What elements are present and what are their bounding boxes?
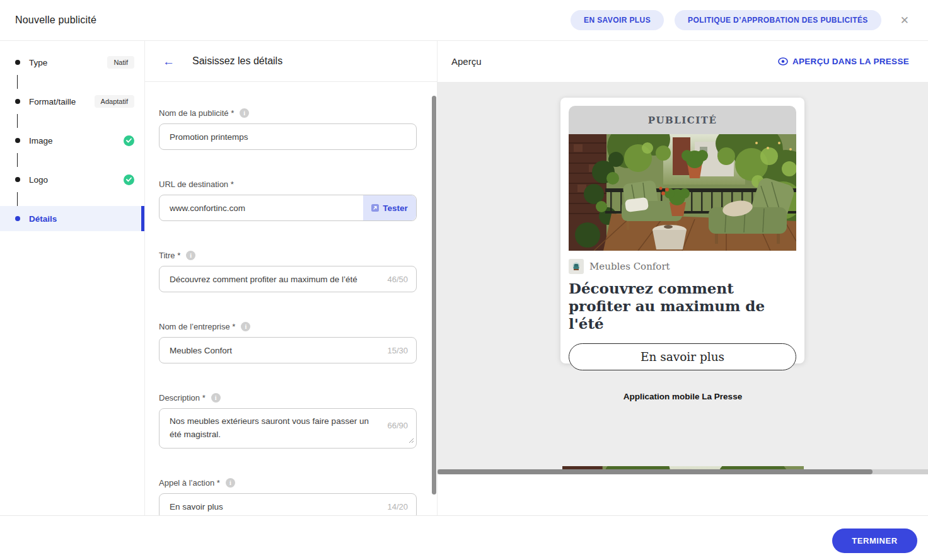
preview-header: Aperçu APERÇU DANS LA PRESSE [438,41,928,82]
form-vertical-scrollbar[interactable] [432,96,436,494]
test-url-button[interactable]: Tester [363,195,416,220]
step-dot-icon [15,177,20,182]
ad-brand-row: Meubles Confort [569,259,796,274]
info-icon[interactable]: i [226,478,235,488]
sidebar-item-logo[interactable]: Logo [0,167,144,192]
content-row: Type Natif Format/taille Adaptatif Image [0,41,928,515]
company-value: Meubles Confort [160,346,232,355]
external-link-icon [371,204,379,212]
preview-panel: Aperçu APERÇU DANS LA PRESSE PUBLICITÉ [438,41,928,515]
ad-name-input[interactable]: Promotion printemps [159,123,417,150]
step-dot-icon [15,60,20,65]
description-label: Description * [159,393,206,403]
url-input[interactable]: www.confortinc.com Tester [159,195,417,221]
company-input[interactable]: Meubles Confort 15/30 [159,337,417,363]
press-preview-link[interactable]: APERÇU DANS LA PRESSE [778,57,909,66]
step-connector [17,114,144,128]
back-arrow-icon[interactable]: ← [163,55,175,67]
check-circle-icon [124,174,134,185]
eye-icon [778,57,788,66]
step-label: Logo [29,175,48,185]
topbar-actions: EN SAVOIR PLUS POLITIQUE D’APPROBATION D… [560,10,913,30]
sidebar-item-format[interactable]: Format/taille Adaptatif [0,89,144,114]
ad-brand-name: Meubles Confort [589,261,670,272]
close-icon[interactable]: ✕ [900,15,909,26]
field-title: Titre * i Découvrez comment profiter au … [159,251,417,292]
new-ad-modal: Nouvelle publicité EN SAVOIR PLUS POLITI… [0,0,928,560]
cta-input[interactable]: En savoir plus 14/20 [159,493,417,515]
step-connector [17,192,144,206]
field-company-name: Nom de l’entreprise * i Meubles Confort … [159,322,417,363]
form-header: ← Saisissez les détails [145,41,437,82]
info-icon[interactable]: i [241,322,250,331]
description-textarea[interactable]: Nos meubles extérieurs sauront vous fair… [159,408,417,449]
step-label: Type [29,58,47,67]
field-description: Description * i Nos meubles extérieurs s… [159,393,417,449]
field-call-to-action: Appel à l’action * i En savoir plus 14/2… [159,478,417,515]
title-input[interactable]: Découvrez comment profiter au maximum de… [159,266,417,292]
sidebar-item-details[interactable]: Détails [0,206,144,231]
char-counter: 14/20 [387,502,408,511]
step-label: Format/taille [29,97,76,106]
char-counter: 15/30 [387,346,408,355]
field-ad-name: Nom de la publicité * i Promotion printe… [159,108,417,150]
step-dot-icon [15,138,20,143]
step-label: Image [29,136,53,146]
title-value: Découvrez comment profiter au maximum de… [160,275,357,284]
ad-cta-button[interactable]: En savoir plus [569,343,796,370]
ad-name-value: Promotion printemps [160,132,248,142]
resize-handle-icon[interactable] [409,435,414,446]
steps-sidebar: Type Natif Format/taille Adaptatif Image [0,41,145,515]
press-preview-label: APERÇU DANS LA PRESSE [792,57,909,66]
info-icon[interactable]: i [211,393,221,403]
footer: TERMINER [0,515,928,560]
form-title: Saisissez les détails [192,55,282,67]
preview-horizontal-scrollbar-track [438,469,928,474]
topbar: Nouvelle publicité EN SAVOIR PLUS POLITI… [0,0,928,41]
sidebar-item-image[interactable]: Image [0,128,144,153]
preview-title: Aperçu [451,56,482,67]
ad-policy-button[interactable]: POLITIQUE D’APPROBATION DES PUBLICITÉS [675,10,881,30]
field-destination-url: URL de destination * www.confortinc.com … [159,180,417,221]
char-counter: 46/50 [387,275,408,284]
preview-caption: Application mobile La Presse [438,392,928,401]
step-connector [17,153,144,167]
ad-headline: Découvrez comment profiter au maximum de… [569,280,796,333]
learn-more-button[interactable]: EN SAVOIR PLUS [571,10,664,30]
test-url-label: Tester [383,203,408,213]
ad-preview-card: PUBLICITÉ Meubles Confort [560,98,804,363]
cta-value: En savoir plus [160,502,223,511]
step-value-badge: Adaptatif [95,95,134,108]
step-dot-icon [15,99,20,104]
ad-tag: PUBLICITÉ [569,106,796,134]
ad-name-label: Nom de la publicité * [159,108,234,118]
char-counter: 66/90 [387,421,408,430]
form-body: Nom de la publicité * i Promotion printe… [145,82,437,515]
check-circle-icon [124,135,134,146]
step-connector [17,75,144,89]
ad-image [569,134,796,251]
description-value: Nos meubles extérieurs sauront vous fair… [160,409,416,442]
title-label: Titre * [159,251,180,260]
company-label: Nom de l’entreprise * [159,322,235,331]
step-value-badge: Natif [107,56,134,69]
preview-scroll-area: PUBLICITÉ Meubles Confort [438,82,928,474]
details-form-panel: ← Saisissez les détails Nom de la public… [145,41,438,515]
brand-logo-icon [569,259,584,274]
url-label: URL de destination * [159,180,234,189]
sidebar-item-type[interactable]: Type Natif [0,50,144,75]
info-icon[interactable]: i [240,108,249,118]
step-dot-icon [15,216,20,221]
info-icon[interactable]: i [186,251,195,260]
preview-horizontal-scrollbar[interactable] [438,469,873,474]
step-label: Détails [29,214,57,224]
cta-label: Appel à l’action * [159,478,220,488]
finish-button[interactable]: TERMINER [832,529,917,553]
page-title: Nouvelle publicité [15,14,96,26]
url-value: www.confortinc.com [160,203,245,213]
preview-bottom-spacer [438,474,928,515]
